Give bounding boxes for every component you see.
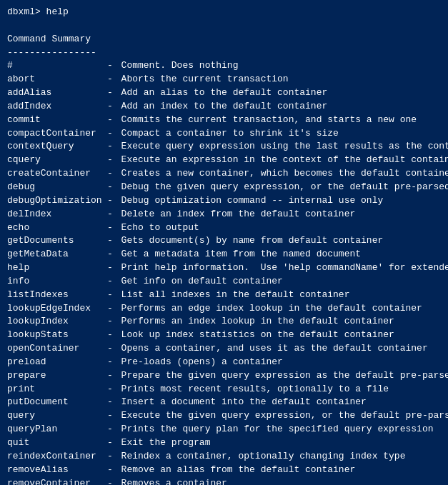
cmd-dash: -	[107, 450, 119, 464]
cmd-name: debug	[7, 181, 107, 194]
cmd-dash: -	[107, 221, 119, 235]
cmd-desc: Performs an index lookup in the default …	[121, 315, 441, 329]
blank-line	[7, 19, 441, 33]
cmd-name: preload	[7, 356, 107, 369]
cmd-desc: Exit the program	[121, 436, 441, 450]
cmd-desc: Gets document(s) by name from default co…	[121, 234, 441, 248]
cmd-dash: -	[107, 127, 119, 141]
section-title: Command Summary	[7, 33, 441, 46]
cmd-name: help	[7, 261, 107, 275]
command-row: getMetaData- Get a metadata item from th…	[7, 248, 441, 261]
command-row: contextQuery- Execute query expression u…	[7, 140, 441, 154]
cmd-dash: -	[107, 140, 119, 154]
command-row: addAlias- Add an alias to the default co…	[7, 86, 441, 100]
divider: ----------------	[7, 46, 441, 60]
cmd-desc: Insert a document into the default conta…	[121, 396, 441, 409]
cmd-desc: Execute the given query expression, or t…	[121, 409, 448, 423]
command-row: debugOptimization- Debug optimization co…	[7, 194, 441, 208]
cmd-desc: Prints the query plan for the specified …	[121, 423, 441, 436]
cmd-name: delIndex	[7, 208, 107, 221]
cmd-dash: -	[107, 208, 119, 221]
cmd-name: addIndex	[7, 100, 107, 114]
command-row: lookupStats- Look up index statistics on…	[7, 329, 441, 342]
cmd-name: echo	[7, 221, 107, 235]
cmd-dash: -	[107, 154, 119, 167]
cmd-name: commit	[7, 114, 107, 127]
cmd-dash: -	[107, 329, 119, 342]
command-row: putDocument- Insert a document into the …	[7, 396, 441, 409]
cmd-name: debugOptimization	[7, 194, 107, 208]
cmd-name: query	[7, 409, 107, 423]
command-row: createContainer- Creates a new container…	[7, 167, 441, 181]
cmd-desc: Creates a new container, which becomes t…	[121, 167, 448, 181]
cmd-desc: Debug the given query expression, or the…	[121, 181, 448, 194]
cmd-dash: -	[107, 234, 119, 248]
command-row: listIndexes- List all indexes in the def…	[7, 289, 441, 302]
cmd-dash: -	[107, 383, 119, 396]
cmd-desc: Get info on default container	[121, 275, 441, 289]
cmd-dash: -	[107, 409, 119, 423]
command-row: cquery- Execute an expression in the con…	[7, 154, 441, 167]
cmd-dash: -	[107, 59, 119, 73]
cmd-desc: Remove an alias from the default contain…	[121, 464, 441, 477]
cmd-dash: -	[107, 167, 119, 181]
cmd-desc: Prepare the given query expression as th…	[121, 369, 448, 383]
cmd-name: queryPlan	[7, 423, 107, 436]
cmd-name: #	[7, 59, 107, 73]
cmd-desc: Echo to output	[121, 221, 441, 235]
cmd-name: getMetaData	[7, 248, 107, 261]
cmd-dash: -	[107, 100, 119, 114]
cmd-desc: Pre-loads (opens) a container	[121, 356, 441, 369]
command-row: quit- Exit the program	[7, 436, 441, 450]
cmd-dash: -	[107, 275, 119, 289]
command-row: echo- Echo to output	[7, 221, 441, 235]
cmd-dash: -	[107, 261, 119, 275]
cmd-name: info	[7, 275, 107, 289]
cmd-name: lookupIndex	[7, 315, 107, 329]
cmd-desc: Delete an index from the default contain…	[121, 208, 441, 221]
cmd-dash: -	[107, 477, 119, 485]
command-row: commit- Commits the current transaction,…	[7, 114, 441, 127]
command-row: reindexContainer- Reindex a container, o…	[7, 450, 441, 464]
cmd-name: reindexContainer	[7, 450, 107, 464]
cmd-desc: Debug optimization command -- internal u…	[121, 194, 441, 208]
cmd-desc: List all indexes in the default containe…	[121, 289, 441, 302]
command-row: #- Comment. Does nothing	[7, 59, 441, 73]
cmd-dash: -	[107, 369, 119, 383]
cmd-dash: -	[107, 114, 119, 127]
cmd-name: compactContainer	[7, 127, 107, 141]
command-row: info- Get info on default container	[7, 275, 441, 289]
cmd-desc: Aborts the current transaction	[121, 73, 441, 86]
cmd-name: abort	[7, 73, 107, 86]
cmd-desc: Performs an edge index lookup in the def…	[121, 302, 441, 316]
cmd-desc: Opens a container, and uses it as the de…	[121, 342, 441, 356]
cmd-desc: Execute query expression using the last …	[121, 140, 448, 154]
cmd-dash: -	[107, 315, 119, 329]
cmd-dash: -	[107, 194, 119, 208]
cmd-desc: Get a metadata item from the named docum…	[121, 248, 441, 261]
cmd-desc: Comment. Does nothing	[121, 59, 441, 73]
cmd-dash: -	[107, 396, 119, 409]
command-row: openContainer- Opens a container, and us…	[7, 342, 441, 356]
cmd-dash: -	[107, 86, 119, 100]
cmd-dash: -	[107, 464, 119, 477]
cmd-name: prepare	[7, 369, 107, 383]
cmd-name: print	[7, 383, 107, 396]
command-row: delIndex- Delete an index from the defau…	[7, 208, 441, 221]
cmd-name: lookupEdgeIndex	[7, 302, 107, 316]
commands-list: #- Comment. Does nothingabort- Aborts th…	[7, 59, 441, 485]
command-row: queryPlan- Prints the query plan for the…	[7, 423, 441, 436]
cmd-desc: Compact a container to shrink it's size	[121, 127, 441, 141]
cmd-desc: Commits the current transaction, and sta…	[121, 114, 441, 127]
cmd-desc: Add an index to the default container	[121, 100, 441, 114]
command-row: prepare- Prepare the given query express…	[7, 369, 441, 383]
command-row: lookupEdgeIndex- Performs an edge index …	[7, 302, 441, 316]
command-row: addIndex- Add an index to the default co…	[7, 100, 441, 114]
cmd-dash: -	[107, 73, 119, 86]
cmd-desc: Execute an expression in the context of …	[121, 154, 448, 167]
command-row: compactContainer- Compact a container to…	[7, 127, 441, 141]
cmd-desc: Print help information. Use 'help comman…	[121, 261, 448, 275]
command-row: help- Print help information. Use 'help …	[7, 261, 441, 275]
command-row: getDocuments- Gets document(s) by name f…	[7, 234, 441, 248]
cmd-dash: -	[107, 342, 119, 356]
